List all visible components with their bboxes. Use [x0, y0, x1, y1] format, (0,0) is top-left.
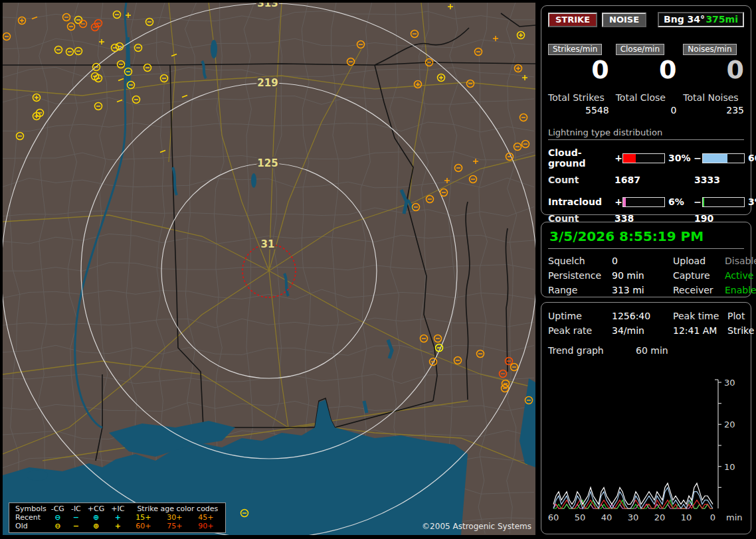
status-label: Capture: [673, 270, 725, 281]
map-canvas[interactable]: 31321912531: [3, 3, 535, 535]
svg-text:31: 31: [261, 238, 275, 250]
total-close-label: Total Close: [616, 92, 677, 103]
uptime-value: 34/min: [612, 325, 673, 336]
ic-positive-bar: [622, 197, 665, 207]
status-label: Receiver: [673, 285, 725, 295]
total-close-value: 0: [616, 105, 677, 116]
legend-age-value: 30+: [159, 513, 190, 522]
status-label: Upload: [673, 256, 725, 266]
strikes-column: Strikes/min 0 Total Strikes 5548: [548, 42, 609, 116]
cg-negative-bar: [702, 153, 745, 163]
legend-age-value: 90+: [190, 522, 221, 530]
cg-positive-pct: 30%: [665, 153, 693, 163]
svg-text:50: 50: [575, 512, 586, 522]
noises-column: Noises/min 0 Total Noises 235: [683, 42, 744, 116]
plus-sign: +: [614, 153, 622, 163]
svg-text:40: 40: [601, 512, 613, 522]
legend-row-recent: Recent⊖−⊕+15+30+45+: [12, 513, 221, 522]
legend-symbol: ⊕: [84, 522, 108, 530]
status-value: Active: [725, 270, 756, 281]
legend-symbol: −: [68, 513, 84, 522]
total-noises-value: 235: [683, 105, 744, 116]
bearing-readout: Bng 34° 375mi: [658, 12, 744, 27]
map-legend: Symbols -CG -IC +CG +IC Strike age color…: [9, 502, 226, 533]
plus-sign: +: [614, 196, 622, 207]
stats-panel: STRIKE NOISE Bng 34° 375mi Strikes/min 0…: [541, 5, 751, 215]
uptime-label: Peak rate: [548, 325, 612, 336]
status-value: 90 min: [612, 270, 673, 281]
legend-symbol: −: [68, 522, 84, 530]
legend-row-old: Old⊖−⊕+60+75+90+: [12, 522, 221, 530]
legend-row-label: Old: [12, 522, 48, 530]
svg-text:219: 219: [257, 77, 278, 89]
cg-negative-pct: 60%: [745, 153, 756, 163]
legend-symbol: ⊖: [48, 513, 68, 522]
legend-symbol: ⊕: [84, 513, 108, 522]
lightning-detector-app: 31321912531 Symbols -CG -IC +CG +IC Stri…: [0, 0, 756, 539]
svg-text:30: 30: [724, 378, 735, 388]
ic-negative-bar: [702, 197, 745, 207]
strike-button[interactable]: STRIKE: [548, 13, 597, 27]
uptime-label: Uptime: [548, 311, 612, 321]
intracloud-label: Intracloud: [548, 196, 614, 207]
cg-positive-bar: [622, 153, 665, 163]
legend-age-value: 75+: [159, 522, 190, 530]
datetime-display: 3/5/2026 8:55:19 PM: [548, 226, 744, 249]
legend-age-header: Strike age color codes: [128, 504, 221, 513]
status-value: Enabled: [725, 285, 756, 295]
status-label: Squelch: [548, 256, 612, 266]
strikes-per-min-value: 0: [548, 56, 609, 83]
close-per-min-header[interactable]: Close/min: [616, 44, 664, 55]
uptime-col4: Strike: [727, 325, 754, 336]
copyright-text: ©2005 Astrogenic Systems: [422, 522, 531, 531]
uptime-col3: Peak time: [673, 311, 727, 321]
legend-age-value: 60+: [128, 522, 159, 530]
ic-negative-pct: 3%: [745, 196, 756, 207]
noises-per-min-value: 0: [683, 56, 744, 83]
cg-negative-count: 3333: [694, 175, 744, 185]
total-strikes-value: 5548: [548, 105, 609, 116]
trend-series-cg_negative: [553, 487, 713, 508]
legend-symbol: ⊖: [48, 522, 68, 530]
status-panel: 3/5/2026 8:55:19 PM Squelch0UploadDisabl…: [541, 222, 751, 297]
status-grid: Squelch0UploadDisabledPersistence90 minC…: [548, 256, 744, 295]
close-column: Close/min 0 Total Close 0: [616, 42, 677, 116]
bearing-range-value: 375mi: [706, 14, 738, 25]
status-label: Persistence: [548, 270, 612, 281]
legend-row-label: Recent: [12, 513, 48, 522]
total-strikes-label: Total Strikes: [548, 92, 609, 103]
uptime-grid: Uptime1256:40Peak timePlotPeak rate34/mi…: [548, 311, 744, 336]
svg-text:30: 30: [628, 512, 639, 522]
trend-chart: 1020306050403020100min: [548, 357, 744, 531]
ic-positive-pct: 6%: [665, 196, 693, 207]
noises-per-min-header[interactable]: Noises/min: [683, 44, 736, 55]
strike-map[interactable]: 31321912531 Symbols -CG -IC +CG +IC Stri…: [3, 3, 535, 535]
legend-symbol: +: [108, 513, 128, 522]
intracloud-row: Intracloud + 6% − 3%: [548, 196, 744, 207]
svg-text:125: 125: [257, 157, 278, 169]
trend-panel: Uptime1256:40Peak timePlotPeak rate34/mi…: [541, 302, 751, 534]
legend-age-value: 15+: [128, 513, 159, 522]
noise-button[interactable]: NOISE: [602, 13, 646, 27]
uptime-col3: 12:41 AM: [673, 325, 727, 336]
legend-symbol: +: [108, 522, 128, 530]
svg-text:20: 20: [724, 420, 735, 429]
cloud-ground-label: Cloud-ground: [548, 147, 614, 169]
legend-age-value: 45+: [190, 513, 221, 522]
strikes-per-min-header[interactable]: Strikes/min: [548, 44, 602, 55]
legend-symbols-header: Symbols: [12, 504, 48, 513]
bearing-value: Bng 34°: [664, 14, 705, 25]
status-value: 0: [612, 256, 673, 266]
svg-text:10: 10: [681, 512, 692, 522]
trend-window-value: 60 min: [636, 345, 744, 356]
status-label: Range: [548, 285, 612, 295]
uptime-col4: Plot: [727, 311, 754, 321]
status-value: 313 mi: [612, 285, 673, 295]
svg-text:313: 313: [257, 3, 278, 9]
svg-text:10: 10: [724, 462, 735, 472]
minus-sign: −: [693, 153, 702, 163]
distribution-heading: Lightning type distribution: [548, 127, 744, 140]
trend-graph-label: Trend graph: [548, 345, 620, 356]
legend-col-ic-pos: +IC: [108, 504, 128, 513]
svg-text:0: 0: [710, 512, 715, 522]
